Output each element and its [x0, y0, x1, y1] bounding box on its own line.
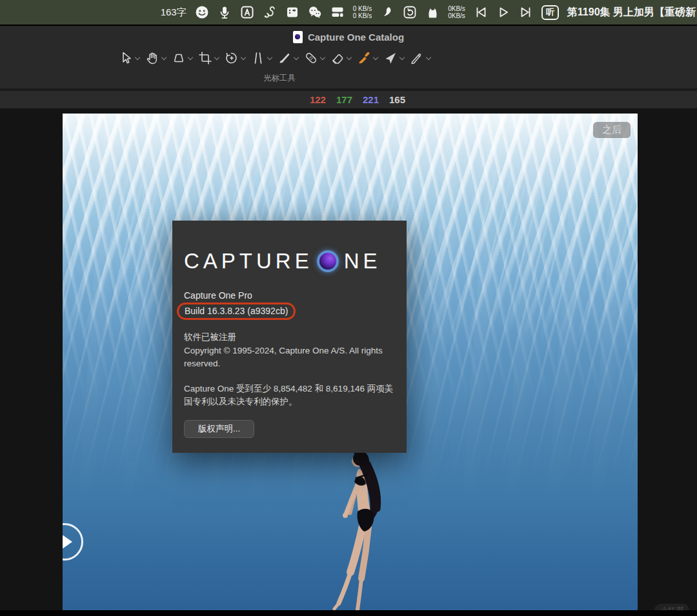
chevron-down-icon — [426, 54, 431, 59]
deck-icon[interactable] — [285, 5, 299, 19]
select-tool[interactable] — [118, 50, 139, 66]
window-chrome: Capture One Catalog — [0, 26, 697, 88]
crop-tool[interactable] — [197, 50, 219, 66]
image-viewer: 之后 CAPTURE NE Capture One Pro Build 16.3… — [0, 108, 697, 616]
chevron-down-icon — [161, 54, 167, 59]
smiley-icon[interactable] — [195, 5, 209, 19]
tool-group-label: 光标工具 — [263, 73, 296, 84]
patent-text: Capture One 受到至少 8,854,482 和 8,619,146 两… — [184, 383, 401, 409]
catalog-document-icon — [293, 31, 303, 43]
arrow-tool[interactable] — [383, 50, 404, 66]
toolbar — [0, 48, 697, 71]
input-a-icon[interactable] — [240, 5, 254, 19]
swimmer-figure — [330, 450, 400, 610]
bottom-strip — [0, 610, 697, 616]
about-dialog: CAPTURE NE Capture One Pro Build 16.3.8.… — [172, 221, 407, 453]
window-title: Capture One Catalog — [308, 32, 404, 43]
chevron-down-icon — [373, 54, 378, 59]
cat-icon[interactable] — [425, 5, 439, 19]
logo-text-right: NE — [344, 249, 381, 273]
stacked-disk-icon[interactable] — [330, 5, 345, 19]
chevron-down-icon — [399, 54, 405, 59]
sync-icon[interactable] — [403, 5, 417, 19]
loupe-tool[interactable] — [171, 50, 192, 66]
title-bar: Capture One Catalog — [0, 26, 697, 48]
readout-alpha: 165 — [389, 94, 405, 105]
mic-icon[interactable] — [217, 5, 232, 19]
chevron-down-icon — [135, 54, 140, 59]
play-icon[interactable] — [496, 5, 510, 19]
underwater-photo: 之后 CAPTURE NE Capture One Pro Build 16.3… — [63, 114, 638, 610]
chevron-down-icon — [267, 54, 272, 59]
chevron-down-icon — [241, 54, 246, 59]
after-badge-label: 之后 — [602, 124, 621, 135]
readout-red: 122 — [310, 94, 326, 105]
readout-green: 177 — [336, 94, 352, 105]
wechat-icon[interactable] — [308, 5, 322, 19]
build-annotation: Build 16.3.8.23 (a9392cb) — [177, 303, 296, 320]
rotate-tool[interactable] — [224, 50, 245, 66]
menu-bar: 163字 0 KB/s 0 KB/s — [0, 0, 697, 26]
capture-one-logo: CAPTURE NE — [184, 249, 395, 273]
listen-label: 听 — [546, 6, 554, 18]
readout-blue: 221 — [363, 94, 379, 105]
tool-label-row: 光标工具 — [0, 71, 697, 88]
after-badge: 之后 — [593, 122, 631, 138]
prev-track-icon[interactable] — [474, 5, 488, 19]
chevron-down-icon — [320, 54, 325, 59]
pick-color-tool[interactable] — [356, 50, 378, 66]
product-name: Capture One Pro — [184, 290, 395, 301]
quote-icon[interactable] — [380, 5, 394, 19]
chevron-down-icon — [214, 54, 219, 59]
logo-text-left: CAPTURE — [184, 249, 313, 273]
listen-icon[interactable]: 听 — [541, 5, 559, 20]
pan-tool[interactable] — [145, 50, 166, 66]
word-count: 163字 — [161, 6, 187, 19]
spring-icon[interactable] — [263, 5, 277, 19]
network-speed-right: 0KB/s 0KB/s — [448, 5, 465, 20]
chevron-down-icon — [347, 54, 352, 59]
brush-tool[interactable] — [277, 50, 298, 66]
chevron-down-icon — [188, 54, 193, 59]
copyright-text: Copyright © 1995-2024, Capture One A/S. … — [184, 344, 401, 371]
pen-tool[interactable] — [409, 50, 430, 66]
build-number: Build 16.3.8.23 (a9392cb) — [185, 306, 288, 316]
keystone-tool[interactable] — [250, 50, 272, 66]
network-speed-left: 0 KB/s 0 KB/s — [353, 5, 372, 20]
registration-status: 软件已被注册 — [184, 332, 395, 343]
copyright-notice-button[interactable]: 版权声明... — [184, 420, 254, 438]
capture-one-orb-icon — [317, 250, 339, 272]
now-playing-title[interactable]: 第1190集 男上加男【重磅新 — [567, 6, 696, 19]
color-readout-bar: 122 177 221 165 — [0, 91, 697, 108]
erase-tool[interactable] — [330, 50, 351, 66]
chevron-down-icon — [294, 54, 299, 59]
play-triangle-icon — [63, 534, 72, 550]
next-track-icon[interactable] — [519, 5, 533, 19]
heal-tool[interactable] — [303, 50, 325, 66]
